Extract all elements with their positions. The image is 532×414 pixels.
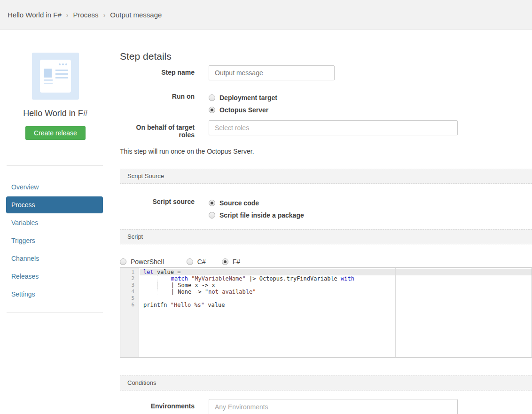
project-name: Hello World in F# xyxy=(0,109,111,118)
radio-powershell-circle[interactable] xyxy=(120,258,126,265)
radio-script-file-package-circle[interactable] xyxy=(209,212,215,219)
radio-csharp-circle[interactable] xyxy=(187,258,193,265)
radio-fsharp[interactable]: F# xyxy=(222,257,240,267)
create-release-button[interactable]: Create release xyxy=(25,126,86,140)
sidebar-item-channels[interactable]: Channels xyxy=(6,250,103,267)
radio-powershell-label: PowerShell xyxy=(131,258,164,266)
breadcrumb-separator: › xyxy=(66,11,69,19)
script-source-label: Script source xyxy=(120,197,195,205)
radio-fsharp-circle[interactable] xyxy=(222,258,228,265)
radio-script-file-package-label: Script file inside a package xyxy=(219,211,304,219)
breadcrumb-item-process[interactable]: Process xyxy=(73,11,98,19)
radio-powershell[interactable]: PowerShell xyxy=(120,257,164,267)
project-sidebar: Hello World in F# Create release Overvie… xyxy=(0,30,111,414)
editor-print-margin xyxy=(395,268,396,357)
top-bar: Hello World in F# › Process › Output mes… xyxy=(0,0,532,30)
breadcrumb-separator: › xyxy=(103,11,106,19)
editor-lines[interactable]: let value = match "MyVariableName" |> Oc… xyxy=(140,268,532,308)
target-roles-label: On behalf of target roles xyxy=(120,120,195,139)
breadcrumb-item-project[interactable]: Hello World in F# xyxy=(8,11,62,19)
sidebar-nav: Overview Process Variables Triggers Chan… xyxy=(6,178,103,303)
radio-deployment-target-label: Deployment target xyxy=(219,94,277,102)
environments-input[interactable] xyxy=(209,399,458,414)
sidebar-divider-top xyxy=(7,165,103,166)
section-header-script: Script xyxy=(120,229,532,244)
radio-csharp-label: C# xyxy=(197,258,206,266)
page-title: Step details xyxy=(120,51,532,62)
section-header-script-source: Script Source xyxy=(120,169,532,184)
step-name-label: Step name xyxy=(120,65,195,76)
radio-fsharp-label: F# xyxy=(233,258,240,266)
sidebar-item-variables[interactable]: Variables xyxy=(6,214,103,232)
sidebar-item-triggers[interactable]: Triggers xyxy=(6,232,103,250)
run-on-label: Run on xyxy=(120,92,195,100)
breadcrumb-item-step: Output message xyxy=(110,11,162,19)
sidebar-item-process[interactable]: Process xyxy=(6,196,103,213)
radio-octopus-server-circle[interactable] xyxy=(209,107,215,113)
sidebar-item-releases[interactable]: Releases xyxy=(6,267,103,285)
radio-deployment-target-circle[interactable] xyxy=(209,94,215,101)
script-language-selector: PowerShell C# F# xyxy=(120,257,532,266)
step-details-panel: Step details Step name Run on Deployment… xyxy=(111,30,532,414)
radio-deployment-target[interactable]: Deployment target xyxy=(209,93,277,102)
editor-gutter: 123456 xyxy=(120,268,139,357)
project-logo-icon xyxy=(32,53,79,100)
breadcrumb: Hello World in F# › Process › Output mes… xyxy=(8,11,162,19)
radio-script-file-package[interactable]: Script file inside a package xyxy=(209,210,304,220)
sidebar-item-settings[interactable]: Settings xyxy=(6,285,103,303)
radio-source-code[interactable]: Source code xyxy=(209,198,304,208)
radio-source-code-circle[interactable] xyxy=(209,200,215,206)
target-roles-input[interactable] xyxy=(209,120,458,135)
radio-source-code-label: Source code xyxy=(219,199,259,207)
radio-octopus-server-label: Octopus Server xyxy=(219,106,268,114)
radio-octopus-server[interactable]: Octopus Server xyxy=(209,105,277,115)
section-header-conditions: Conditions xyxy=(120,375,532,391)
sidebar-divider-bottom xyxy=(7,312,103,312)
environments-label: Environments xyxy=(120,399,195,410)
radio-csharp[interactable]: C# xyxy=(187,257,206,267)
sidebar-item-overview[interactable]: Overview xyxy=(6,178,103,196)
script-code-editor[interactable]: 123456 let value = match "MyVariableName… xyxy=(120,267,532,358)
step-name-input[interactable] xyxy=(209,65,335,80)
run-once-note: This step will run once on the Octopus S… xyxy=(120,148,532,155)
